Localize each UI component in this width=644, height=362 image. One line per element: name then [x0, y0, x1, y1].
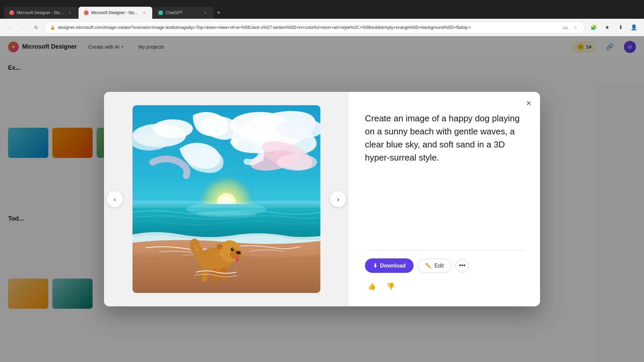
address-bar[interactable]: 🔒 designer.microsoft.com/image-creator?s…: [44, 21, 585, 34]
tab-3-label: ChatGPT: [166, 10, 200, 15]
modal-image: [132, 105, 320, 293]
browser-chrome: Microsoft Designer - Stunning ✕ Microsof…: [0, 0, 644, 19]
svg-point-13: [132, 134, 168, 150]
more-icon: •••: [459, 262, 466, 269]
edit-label: Edit: [434, 263, 444, 269]
svg-rect-26: [132, 201, 320, 207]
read-mode-icon[interactable]: 📖: [561, 23, 569, 32]
modal-description: Create an image of a happy dog playing o…: [365, 112, 524, 239]
modal-actions: ⬇ Download ✏️ Edit •••: [365, 258, 524, 273]
svg-point-21: [231, 248, 234, 251]
modal-image-area: ‹: [104, 92, 349, 306]
download-button[interactable]: ⬇ Download: [365, 258, 414, 273]
modal-feedback: 👍 👎: [365, 280, 524, 293]
app-area: ✦ Microsoft Designer Create with AI ▾ My…: [0, 36, 644, 362]
download-icon: ⬇: [373, 262, 377, 269]
tab-1[interactable]: Microsoft Designer - Stunning ✕: [4, 7, 78, 19]
tab-bar: Microsoft Designer - Stunning ✕ Microsof…: [4, 0, 223, 19]
modal-body: ‹: [104, 92, 540, 306]
tab-3[interactable]: G ChatGPT ✕: [153, 7, 213, 19]
tab-1-label: Microsoft Designer - Stunning: [17, 10, 64, 15]
svg-point-10: [277, 154, 317, 171]
modal-overlay: ✕ ‹: [0, 36, 644, 362]
lock-icon: 🔒: [50, 25, 55, 30]
browser-right-icons: 🧩 ★ ⬇ 👤: [588, 21, 640, 34]
thumbs-down-button[interactable]: 👎: [384, 280, 397, 293]
tab-2[interactable]: Microsoft Designer - Stunning ✕: [78, 7, 152, 19]
modal-divider: [365, 250, 524, 250]
svg-rect-23: [201, 268, 208, 282]
close-icon: ✕: [526, 99, 532, 107]
modal-dialog: ✕ ‹: [104, 92, 540, 306]
beach-illustration: [132, 105, 320, 293]
tab-1-favicon: [9, 10, 14, 15]
extensions-icon[interactable]: 🧩: [588, 21, 600, 34]
svg-point-22: [233, 248, 234, 249]
tab-3-favicon: G: [158, 10, 163, 15]
downloads-icon[interactable]: ⬇: [614, 21, 627, 34]
tab-3-close[interactable]: ✕: [203, 10, 208, 15]
edit-button[interactable]: ✏️ Edit: [418, 259, 451, 273]
svg-rect-25: [220, 268, 226, 281]
next-arrow-icon: ›: [337, 195, 339, 203]
prev-image-button[interactable]: ‹: [107, 191, 123, 207]
modal-right-panel: Create an image of a happy dog playing o…: [349, 92, 540, 306]
tab-2-close[interactable]: ✕: [142, 10, 147, 15]
profile-icon[interactable]: 👤: [628, 21, 640, 34]
modal-close-button[interactable]: ✕: [523, 97, 535, 109]
address-text: designer.microsoft.com/image-creator?sce…: [58, 25, 558, 30]
thumbs-up-icon: 👍: [368, 282, 376, 290]
forward-button[interactable]: →: [17, 22, 28, 33]
address-icons: 📖 ☆: [561, 23, 579, 32]
thumbs-up-button[interactable]: 👍: [365, 280, 378, 293]
tab-2-favicon: [84, 10, 89, 15]
refresh-button[interactable]: ↻: [31, 22, 42, 33]
favorites-icon[interactable]: ☆: [571, 23, 579, 32]
new-tab-button[interactable]: +: [214, 8, 223, 17]
next-image-button[interactable]: ›: [330, 191, 346, 207]
more-options-button[interactable]: •••: [455, 259, 469, 273]
tab-2-label: Microsoft Designer - Stunning: [91, 10, 139, 15]
svg-point-20: [236, 251, 241, 254]
tab-1-close[interactable]: ✕: [67, 10, 72, 15]
favorites-bar-icon[interactable]: ★: [601, 21, 613, 34]
edit-icon: ✏️: [425, 263, 432, 269]
download-label: Download: [380, 263, 406, 269]
prev-arrow-icon: ‹: [114, 195, 116, 203]
thumbs-down-icon: 👎: [386, 282, 395, 290]
back-button[interactable]: ←: [4, 22, 15, 33]
address-bar-row: ← → ↻ 🔒 designer.microsoft.com/image-cre…: [0, 19, 644, 36]
